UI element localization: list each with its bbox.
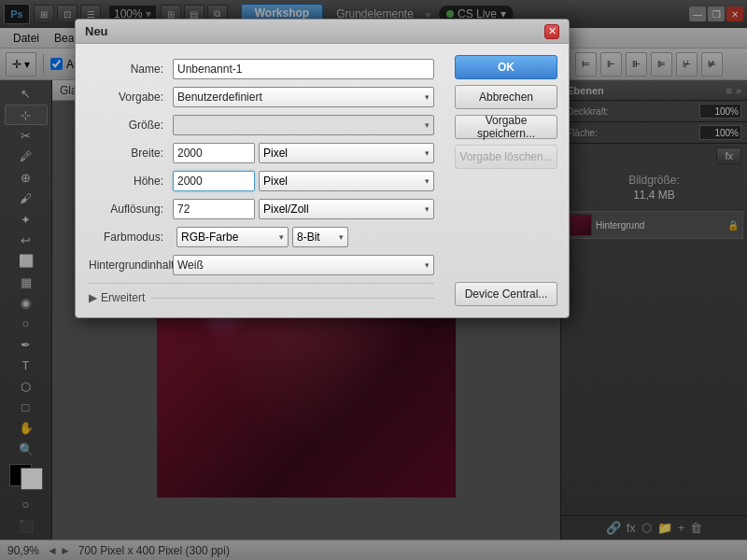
dialog-body: Name: Vorgabe: Benutzerdefiniert ▾ Größe… [76,44,569,317]
cancel-button[interactable]: Abbrechen [455,85,557,109]
resolution-label: Auflösung: [89,203,173,216]
resolution-unit-select[interactable]: Pixel/Zoll ▾ [259,199,434,219]
dialog-close-button[interactable]: ✕ [544,24,559,39]
resolution-row: Auflösung: Pixel/Zoll ▾ [89,199,434,219]
colormode-row: Farbmodus: RGB-Farbe ▾ 8-Bit ▾ [89,227,434,247]
dialog-overlay: Neu ✕ Name: Vorgabe: Benutzerdefiniert ▾ [0,0,747,560]
size-dropdown[interactable]: ▾ [173,115,434,135]
width-input[interactable] [173,143,255,163]
height-unit-select[interactable]: Pixel ▾ [259,171,434,191]
colordepth-select[interactable]: 8-Bit ▾ [292,227,348,247]
name-input[interactable] [173,59,434,79]
dialog-title-bar: Neu ✕ [76,20,569,44]
width-row: Breite: Pixel ▾ [89,143,434,163]
name-row: Name: [89,59,434,79]
colordepth-arrow: ▾ [339,232,344,242]
preset-label: Vorgabe: [89,91,173,104]
width-unit-arrow: ▾ [425,148,430,158]
resolution-input[interactable] [173,199,255,219]
background-dropdown-arrow: ▾ [425,260,430,270]
ok-button[interactable]: OK [455,55,557,79]
width-label: Breite: [89,147,173,160]
delete-preset-button[interactable]: Vorgabe löschen... [455,145,557,169]
size-row: Größe: ▾ [89,115,434,135]
preset-row: Vorgabe: Benutzerdefiniert ▾ [89,87,434,107]
background-row: Hintergrundinhalt: Weiß ▾ [89,255,434,275]
device-central-button[interactable]: Device Central... [455,282,557,306]
background-dropdown[interactable]: Weiß ▾ [173,255,434,275]
resolution-unit-arrow: ▾ [425,204,430,214]
height-unit-arrow: ▾ [425,176,430,186]
width-unit-select[interactable]: Pixel ▾ [259,143,434,163]
height-row: Höhe: Pixel ▾ [89,171,434,191]
preset-dropdown-arrow: ▾ [425,92,430,102]
save-preset-button[interactable]: Vorgabe speichern... [455,115,557,139]
size-dropdown-arrow: ▾ [425,120,430,130]
preset-dropdown[interactable]: Benutzerdefiniert ▾ [173,87,434,107]
dialog-buttons: OK Abbrechen Vorgabe speichern... Vorgab… [447,44,569,317]
erweitert-label[interactable]: Erweitert [101,291,145,304]
size-label: Größe: [89,119,173,132]
height-input[interactable] [173,171,255,191]
background-label: Hintergrundinhalt: [89,259,173,272]
dialog-form: Name: Vorgabe: Benutzerdefiniert ▾ Größe… [76,44,447,317]
colormode-arrow: ▾ [279,232,284,242]
name-label: Name: [89,63,173,76]
dialog-title: Neu [85,24,544,38]
height-label: Höhe: [89,175,173,188]
erweitert-line [150,298,434,299]
erweitert-triangle-icon[interactable]: ▶ [89,291,97,304]
new-dialog: Neu ✕ Name: Vorgabe: Benutzerdefiniert ▾ [75,19,570,318]
colormode-select[interactable]: RGB-Farbe ▾ [176,227,289,247]
erweitert-row: ▶ Erweitert [89,283,434,304]
colormode-label: Farbmodus: [89,231,173,244]
